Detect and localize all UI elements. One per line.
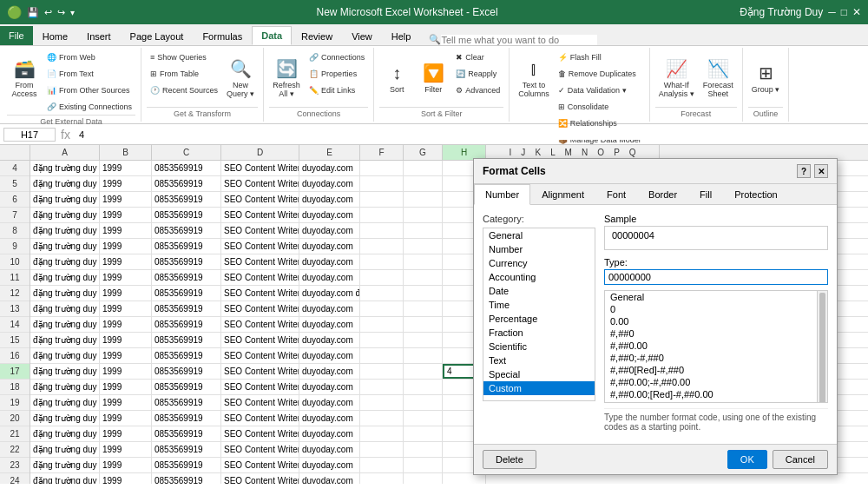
grid-cell[interactable]: 0853569919	[152, 348, 221, 363]
redo-icon[interactable]: ↪	[57, 7, 65, 18]
grid-cell[interactable]	[360, 442, 404, 457]
grid-cell[interactable]: 0853569919	[152, 473, 221, 484]
grid-cell[interactable]: đặng trường duy	[30, 192, 100, 207]
grid-cell[interactable]: duyoday.com	[299, 426, 360, 441]
grid-cell[interactable]: 1999	[100, 192, 152, 207]
type-item[interactable]: #,##0	[605, 327, 817, 340]
category-item[interactable]: General	[483, 228, 595, 242]
grid-cell[interactable]: 0853569919	[152, 161, 221, 175]
grid-cell[interactable]: đặng trường duy	[30, 426, 100, 441]
grid-cell[interactable]	[404, 458, 443, 472]
grid-cell[interactable]: 1999	[100, 411, 152, 426]
grid-cell[interactable]: duyoday.com	[299, 333, 360, 347]
grid-cell[interactable]: duyoday.com	[299, 270, 360, 285]
grid-cell[interactable]: đặng trường duy	[30, 473, 100, 484]
grid-cell[interactable]: 1999	[100, 458, 152, 472]
grid-cell[interactable]: đặng trường duy	[30, 317, 100, 332]
data-validation-btn[interactable]: ✓ Data Validation ▾	[555, 83, 644, 98]
text-to-columns-btn[interactable]: ⫿ Text toColumns	[515, 50, 553, 107]
grid-cell[interactable]: SEO Content Writer	[221, 223, 299, 238]
grid-cell[interactable]: 1999	[100, 380, 152, 394]
grid-cell[interactable]: 0853569919	[152, 208, 221, 222]
grid-cell[interactable]: SEO Content Writer	[221, 458, 299, 472]
category-item[interactable]: Scientific	[483, 340, 595, 353]
col-header-d[interactable]: D	[221, 145, 299, 160]
grid-cell[interactable]: 0853569919	[152, 223, 221, 238]
connections-btn[interactable]: 🔗 Connections	[306, 50, 368, 65]
grid-cell[interactable]: 1999	[100, 270, 152, 285]
grid-cell[interactable]: 1999	[100, 333, 152, 347]
type-input[interactable]	[604, 269, 828, 285]
tab-page-layout[interactable]: Page Layout	[121, 26, 194, 45]
clear-btn[interactable]: ✖ Clear	[452, 50, 503, 65]
grid-cell[interactable]: 0853569919	[152, 333, 221, 347]
reapply-btn[interactable]: 🔄 Reapply	[452, 66, 503, 82]
category-item[interactable]: Percentage	[483, 312, 595, 326]
grid-cell[interactable]	[360, 208, 404, 222]
category-item[interactable]: Special	[483, 367, 595, 381]
quick-save-icon[interactable]: 💾	[27, 7, 39, 18]
category-item[interactable]: Text	[483, 353, 595, 367]
grid-cell[interactable]: SEO Content Writer	[221, 473, 299, 484]
grid-cell[interactable]: 1999	[100, 239, 152, 254]
grid-cell[interactable]: SEO Content Writer	[221, 254, 299, 269]
grid-cell[interactable]	[360, 223, 404, 238]
grid-cell[interactable]: duyoday.com	[299, 348, 360, 363]
refresh-all-btn[interactable]: 🔄 RefreshAll ▾	[269, 50, 304, 107]
grid-cell[interactable]	[404, 223, 443, 238]
grid-cell[interactable]: SEO Content Writer	[221, 380, 299, 394]
grid-cell[interactable]: duyoday.com	[299, 442, 360, 457]
dialog-close-btn[interactable]: ✕	[814, 164, 828, 178]
grid-cell[interactable]: SEO Content Writer	[221, 333, 299, 347]
col-header-a[interactable]: A	[30, 145, 100, 160]
from-other-btn[interactable]: 📊 From Other Sources	[43, 83, 135, 98]
type-item[interactable]: #,##0.00;-#,##0.00	[605, 376, 817, 388]
grid-cell[interactable]	[360, 286, 404, 301]
grid-cell[interactable]: đặng trường duy	[30, 208, 100, 222]
grid-cell[interactable]: duyoday.com	[299, 380, 360, 394]
grid-cell[interactable]	[404, 333, 443, 347]
grid-cell[interactable]	[404, 411, 443, 426]
category-item[interactable]: Fraction	[483, 326, 595, 340]
consolidate-btn[interactable]: ⊞ Consolidate	[555, 99, 644, 115]
ribbon-search[interactable]	[441, 35, 597, 45]
delete-btn[interactable]: Delete	[483, 450, 536, 469]
remove-dups-btn[interactable]: 🗑 Remove Duplicates	[555, 66, 644, 82]
grid-cell[interactable]: 1999	[100, 223, 152, 238]
existing-conn-btn[interactable]: 🔗 Existing Connections	[43, 99, 135, 115]
cancel-btn[interactable]: Cancel	[773, 450, 828, 469]
tab-view[interactable]: View	[342, 26, 382, 45]
grid-cell[interactable]	[404, 254, 443, 269]
grid-cell[interactable]: SEO Content Writer	[221, 192, 299, 207]
from-web-btn[interactable]: 🌐 From Web	[43, 50, 135, 65]
grid-cell[interactable]: đặng trường duy	[30, 161, 100, 175]
grid-cell[interactable]: SEO Content Writer	[221, 301, 299, 316]
grid-cell[interactable]	[404, 208, 443, 222]
grid-cell[interactable]: SEO Content Writer	[221, 161, 299, 175]
grid-cell[interactable]: duyoday.com	[299, 473, 360, 484]
grid-cell[interactable]: đặng trường duy	[30, 223, 100, 238]
grid-cell[interactable]: 1999	[100, 301, 152, 316]
group-btn[interactable]: ⊞ Group ▾	[748, 50, 784, 107]
grid-cell[interactable]: 1999	[100, 426, 152, 441]
grid-cell[interactable]: SEO Content Writer	[221, 239, 299, 254]
grid-cell[interactable]	[404, 161, 443, 175]
type-item[interactable]: #,##0.00;[Red]-#,##0.00	[605, 388, 817, 400]
grid-cell[interactable]	[404, 380, 443, 394]
col-header-g[interactable]: G	[404, 145, 443, 160]
col-header-f[interactable]: F	[360, 145, 404, 160]
grid-cell[interactable]: 0853569919	[152, 426, 221, 441]
type-item[interactable]: 0.00	[605, 315, 817, 327]
ok-btn[interactable]: OK	[727, 450, 767, 469]
grid-cell[interactable]	[360, 348, 404, 363]
grid-cell[interactable]: 0853569919	[152, 317, 221, 332]
grid-cell[interactable]	[404, 192, 443, 207]
type-item[interactable]: #,##0[Red]-#,##0	[605, 364, 817, 376]
grid-cell[interactable]	[360, 254, 404, 269]
tab-data[interactable]: Data	[252, 26, 292, 45]
grid-cell[interactable]: 1999	[100, 176, 152, 191]
filter-btn[interactable]: 🔽 Filter	[416, 50, 450, 107]
grid-cell[interactable]	[360, 192, 404, 207]
grid-cell[interactable]: đặng trường duy	[30, 458, 100, 472]
grid-cell[interactable]: duyoday.com	[299, 458, 360, 472]
